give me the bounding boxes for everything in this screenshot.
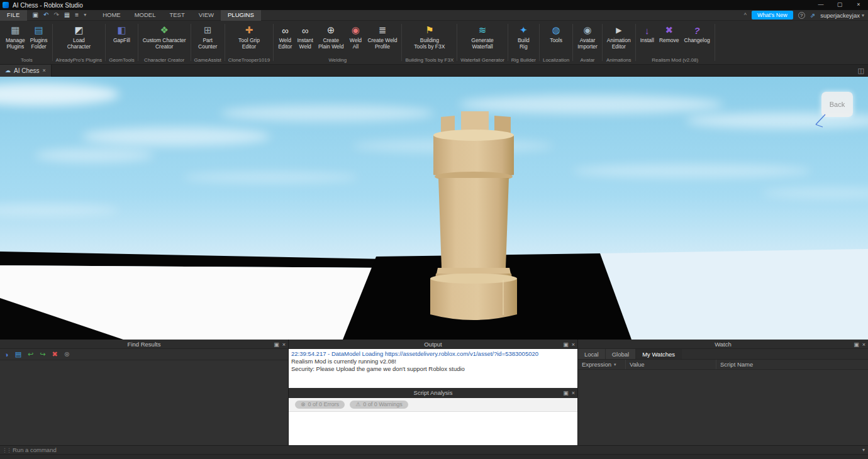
- command-bar: ⋮⋮ ▾: [0, 445, 868, 454]
- minimize-button[interactable]: —: [811, 0, 830, 10]
- gapfill-button[interactable]: ◧ GapFill: [111, 23, 133, 45]
- command-history-caret-icon[interactable]: ▾: [859, 447, 868, 453]
- user-menu[interactable]: superjackeyjax ▾: [820, 12, 864, 19]
- tool-grip-editor-button[interactable]: ✚ Tool Grip Editor: [236, 23, 262, 51]
- part-counter-button[interactable]: ⊞ Part Counter: [196, 23, 220, 51]
- output-header[interactable]: Output ▣ ×: [289, 340, 577, 349]
- weld-editor-button[interactable]: ∞ Weld Editor: [275, 23, 294, 51]
- button-label: Changelog: [684, 38, 710, 44]
- next-result-icon[interactable]: ↪: [40, 350, 45, 358]
- drag-grip-icon[interactable]: ⋮⋮: [0, 447, 13, 453]
- file-menu-button[interactable]: FILE: [0, 10, 27, 21]
- building-tools-f3x-button[interactable]: ⚑ Building Tools by F3X: [411, 23, 447, 51]
- ribbon-group-label: Avatar: [575, 55, 600, 64]
- column-value[interactable]: Value: [626, 360, 716, 369]
- find-results-header[interactable]: Find Results ▣ ×: [0, 340, 288, 349]
- column-expression[interactable]: Expression ▾: [578, 360, 626, 369]
- find-results-list[interactable]: [0, 360, 288, 445]
- view-cube-axes-icon: [813, 113, 828, 128]
- close-panel-icon[interactable]: ×: [572, 341, 575, 348]
- delete-results-icon[interactable]: ✖: [52, 350, 58, 358]
- watch-list[interactable]: [578, 370, 868, 445]
- create-weld-profile-button[interactable]: ≣ Create Weld Profile: [365, 23, 399, 51]
- close-button[interactable]: ×: [849, 0, 868, 10]
- toolbar-options-caret-icon[interactable]: ▾: [84, 10, 86, 20]
- animation-editor-button[interactable]: ▶ Animation Editor: [604, 23, 633, 51]
- manage-plugins-button[interactable]: ▦ Manage Plugins: [3, 23, 28, 51]
- split-view-icon[interactable]: ◫: [858, 67, 868, 75]
- close-panel-icon[interactable]: ×: [282, 341, 286, 348]
- tab-test[interactable]: TEST: [162, 10, 191, 21]
- weld-editor-icon: ∞: [282, 23, 289, 37]
- float-panel-icon[interactable]: ▣: [563, 390, 569, 396]
- output-log[interactable]: 22:39:54.217 - DataModel Loading https:/…: [289, 349, 577, 388]
- warnings-filter-button[interactable]: ⚠ 0 of 0 Warnings: [350, 401, 408, 409]
- weld-all-button[interactable]: ◉ Weld All: [346, 23, 365, 51]
- install-button[interactable]: ↓ Install: [638, 23, 657, 45]
- ribbon-group-label: Animations: [604, 55, 633, 64]
- instant-weld-button[interactable]: ∞ Instant Weld: [294, 23, 316, 51]
- ribbon-group-label: Tools: [3, 55, 50, 64]
- tab-plugins[interactable]: PLUGINS: [221, 10, 261, 21]
- close-tab-icon[interactable]: ×: [43, 67, 46, 74]
- tab-home[interactable]: HOME: [96, 10, 128, 21]
- float-panel-icon[interactable]: ▣: [563, 341, 569, 348]
- generate-waterfall-button[interactable]: ≋ Generate Waterfall: [469, 23, 496, 51]
- save-icon[interactable]: ▣: [33, 10, 38, 20]
- tab-my-watches[interactable]: My Watches: [636, 349, 682, 359]
- script-analysis-list[interactable]: [289, 412, 577, 445]
- plugins-ribbon: ▦ Manage Plugins ▤ Plugins Folder Tools …: [0, 21, 868, 65]
- toolbar-options-icon[interactable]: ≡: [75, 10, 79, 20]
- viewport-canvas: [0, 77, 868, 340]
- close-panel-icon[interactable]: ×: [572, 390, 575, 396]
- load-character-button[interactable]: ◩ Load Character: [65, 23, 93, 51]
- script-analysis-header[interactable]: Script Analysis ▣ ×: [289, 388, 577, 398]
- undo-icon[interactable]: ↶: [43, 10, 48, 20]
- command-input[interactable]: [13, 446, 859, 454]
- tab-local[interactable]: Local: [578, 349, 606, 359]
- maximize-button[interactable]: ▢: [830, 0, 849, 10]
- collapse-ribbon-icon[interactable]: ^: [744, 12, 747, 18]
- install-icon: ↓: [645, 23, 650, 37]
- changelog-button[interactable]: ? Changelog: [682, 23, 713, 45]
- tab-ai-chess[interactable]: ☁ AI Chess ×: [0, 65, 52, 77]
- tab-model[interactable]: MODEL: [128, 10, 163, 21]
- remove-button[interactable]: ✖ Remove: [657, 23, 682, 45]
- panel-title: Watch: [715, 341, 732, 348]
- create-plain-weld-button[interactable]: ⊕ Create Plain Weld: [316, 23, 346, 51]
- tab-view[interactable]: VIEW: [192, 10, 221, 21]
- custom-character-creator-icon: ❖: [160, 23, 168, 37]
- whats-new-button[interactable]: What's New: [752, 11, 793, 19]
- building-tools-f3x-icon: ⚑: [425, 23, 433, 37]
- column-script-name[interactable]: Script Name: [716, 360, 868, 369]
- build-rig-button[interactable]: ✦ Build Rig: [514, 23, 533, 51]
- float-panel-icon[interactable]: ▣: [274, 341, 279, 348]
- tab-global[interactable]: Global: [606, 349, 636, 359]
- output-line: Security: Please Upload the game we don'…: [291, 365, 575, 373]
- custom-character-creator-button[interactable]: ❖ Custom Character Creator: [140, 23, 189, 51]
- viewport-3d[interactable]: Back: [0, 77, 868, 340]
- ribbon-group-label: Realism Mod (v2.08): [638, 55, 713, 64]
- watch-header[interactable]: Watch ▣ ×: [578, 340, 868, 349]
- share-icon[interactable]: ⇗: [810, 12, 815, 19]
- clear-results-icon[interactable]: ⊗: [64, 350, 70, 358]
- warning-icon: ⚠: [355, 402, 360, 407]
- avatar-importer-icon: ◉: [583, 23, 591, 37]
- button-label: Plugins Folder: [30, 38, 48, 50]
- output-line[interactable]: 22:39:54.217 - DataModel Loading https:/…: [291, 350, 575, 358]
- gapfill-icon: ◧: [117, 23, 126, 37]
- close-panel-icon[interactable]: ×: [862, 341, 865, 348]
- find-in-scripts-icon[interactable]: ▤: [15, 350, 21, 358]
- localization-tools-button[interactable]: ◍ Tools: [547, 23, 565, 45]
- avatar-importer-button[interactable]: ◉ Avatar Importer: [575, 23, 600, 51]
- screenshot-icon[interactable]: ▦: [64, 10, 70, 20]
- plugins-folder-button[interactable]: ▤ Plugins Folder: [28, 23, 50, 51]
- help-icon[interactable]: ?: [798, 12, 805, 19]
- float-panel-icon[interactable]: ▣: [854, 341, 859, 348]
- find-all-icon[interactable]: ◑: [4, 351, 9, 358]
- previous-result-icon[interactable]: ↩: [28, 350, 33, 358]
- ribbon-group-avatar: ◉ Avatar Importer Avatar: [573, 21, 602, 64]
- chess-rook-piece[interactable]: [430, 111, 517, 320]
- redo-icon[interactable]: ↷: [53, 10, 58, 20]
- errors-filter-button[interactable]: ⊗ 0 of 0 Errors: [295, 401, 345, 409]
